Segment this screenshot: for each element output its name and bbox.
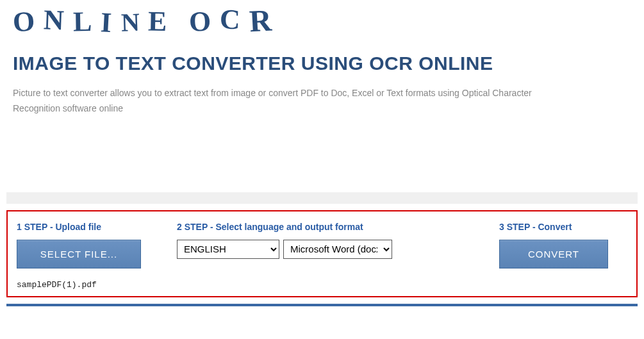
step-3-column: 3 STEP - Convert CONVERT [499, 222, 627, 269]
step-1-column: 1 STEP - Upload file SELECT FILE... [17, 222, 151, 269]
divider-bar [6, 192, 638, 204]
steps-panel: 1 STEP - Upload file SELECT FILE... 2 ST… [6, 210, 638, 297]
convert-button[interactable]: CONVERT [499, 240, 608, 269]
bottom-divider [6, 304, 638, 306]
language-select[interactable]: ENGLISH [177, 240, 279, 259]
step-1-label: 1 STEP - Upload file [17, 222, 151, 232]
step-2-label: 2 STEP - Select language and output form… [177, 222, 414, 232]
page-title: IMAGE TO TEXT CONVERTER USING OCR ONLINE [13, 53, 631, 74]
step-3-label: 3 STEP - Convert [499, 222, 627, 232]
logo: ONLINEOCR [0, 0, 644, 46]
page-description: Picture to text converter allows you to … [13, 86, 570, 117]
uploaded-filename: samplePDF(1).pdf [17, 280, 627, 290]
select-file-button[interactable]: SELECT FILE... [17, 240, 141, 269]
logo-text: ONLINEOCR [13, 3, 280, 38]
step-2-column: 2 STEP - Select language and output form… [177, 222, 414, 269]
output-format-select[interactable]: Microsoft Word (docx) [283, 240, 392, 259]
